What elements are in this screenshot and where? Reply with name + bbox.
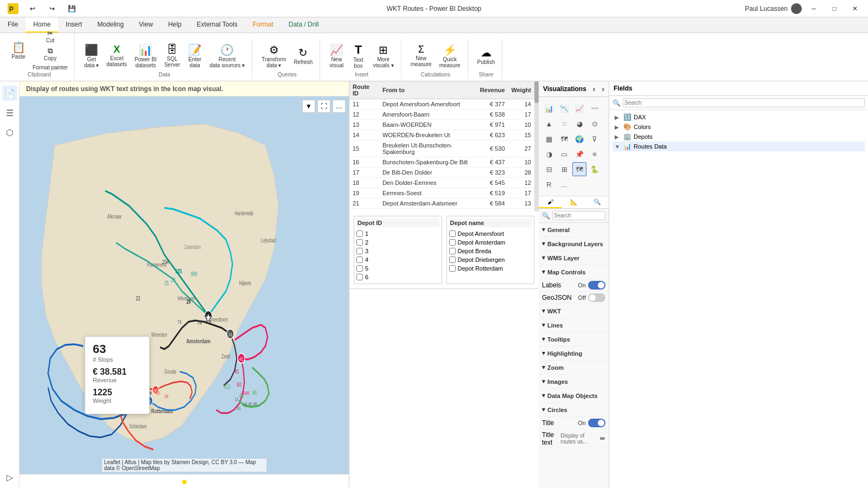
table-row[interactable]: 15 Breukelen Ut-Bunschoten-Spakenburg € … [349, 140, 534, 157]
vis-more[interactable]: … [557, 177, 571, 191]
vis-clustered-bar[interactable]: 📈 [572, 101, 586, 115]
images-toggle[interactable]: ▾ Images [542, 376, 568, 387]
fields-depots[interactable]: ▶ 🏢 Depots [612, 132, 865, 142]
depot-name-item[interactable]: Depot Amersfoort [449, 229, 532, 238]
vis-table[interactable]: ⊟ [542, 162, 556, 176]
map-controls-toggle[interactable]: ▾ Map Controls [542, 267, 585, 277]
text-box-button[interactable]: T Textbox [348, 41, 368, 70]
page-dot-1[interactable] [182, 480, 187, 484]
more-visuals-button[interactable]: ⊞ Morevisuals ▾ [370, 42, 396, 70]
vis-python[interactable]: 🐍 [588, 162, 602, 176]
fields-colors[interactable]: ▶ 🎨 Colors [612, 122, 865, 132]
publish-button[interactable]: ☁ Publish [475, 44, 498, 67]
depot-name-item[interactable]: Depot Rotterdam [449, 264, 532, 273]
analytics-tab[interactable]: 📐 [562, 196, 585, 208]
depot-id-item[interactable]: 3 [356, 247, 439, 255]
tooltips-toggle[interactable]: ▾ Tooltips [542, 334, 570, 344]
sidebar-data-icon[interactable]: ☰ [2, 105, 17, 120]
vis-treemap[interactable]: ▦ [542, 132, 556, 146]
depot-id-checkbox[interactable] [356, 274, 363, 280]
vis-card[interactable]: ▭ [557, 147, 571, 161]
vis-r[interactable]: R [542, 177, 556, 191]
fields-tab[interactable]: 🔍 [585, 196, 609, 208]
tab-view[interactable]: View [131, 17, 161, 33]
vis-slicer[interactable]: ≡ [588, 147, 602, 161]
refresh-button[interactable]: ↻ Refresh [291, 44, 315, 67]
wkt-toggle[interactable]: ▾ WKT [542, 306, 561, 316]
vis-gauge[interactable]: ◑ [542, 147, 556, 161]
data-map-objects-toggle[interactable]: ▾ Data Map Objects [542, 390, 597, 401]
background-layers-toggle[interactable]: ▾ Background Layers [542, 239, 603, 249]
quick-measure-button[interactable]: ⚡ Quickmeasure [437, 42, 463, 70]
format-painter-button[interactable]: Format painter [30, 63, 70, 72]
fields-search-input[interactable] [623, 98, 865, 107]
depot-id-checkbox[interactable] [356, 230, 363, 237]
depot-id-checkbox[interactable] [356, 248, 363, 254]
depot-name-checkbox[interactable] [449, 239, 456, 246]
depot-id-item[interactable]: 4 [356, 255, 439, 264]
new-measure-button[interactable]: Σ Newmeasure [408, 42, 435, 69]
table-row[interactable]: 17 De Bilt-Den Dolder € 323 28 [349, 168, 534, 178]
depot-name-item[interactable]: Depot Breda [449, 247, 532, 255]
table-row[interactable]: 13 Baarn-WOERDEN € 971 10 [349, 120, 534, 130]
wms-layer-toggle[interactable]: ▾ WMS Layer [542, 253, 579, 263]
vis-pie[interactable]: ◕ [572, 117, 586, 131]
get-data-button[interactable]: ⬛ Getdata ▾ [81, 42, 101, 70]
vis-nav-next[interactable]: › [602, 85, 604, 93]
vis-stacked-bar[interactable]: 📉 [557, 101, 571, 115]
powerbi-button[interactable]: 📊 Power BIdatasets [132, 42, 159, 70]
title-text-edit-icon[interactable]: ✏ [600, 435, 605, 442]
table-row[interactable]: 14 WOERDEN-Breukelen Ut € 623 15 [349, 130, 534, 140]
sidebar-report-icon[interactable]: 📄 [2, 86, 17, 101]
labels-toggle[interactable] [588, 281, 605, 290]
new-visual-button[interactable]: 📈 Newvisual [327, 42, 346, 70]
more-options-button[interactable]: … [333, 100, 346, 113]
copy-button[interactable]: ⧉ Copy [30, 46, 70, 62]
route-table-scroll[interactable]: Route ID From to Revenue Weight 11 Depot… [349, 81, 534, 211]
depot-name-item[interactable]: Depot Driebergen [449, 255, 532, 264]
paste-button[interactable]: 📋 Paste [9, 39, 28, 61]
zoom-toggle[interactable]: ▾ Zoom [542, 362, 564, 373]
depot-id-item[interactable]: 6 [356, 273, 439, 281]
vis-matrix[interactable]: ⊞ [557, 162, 571, 176]
tab-help[interactable]: Help [161, 17, 189, 33]
depot-name-checkbox[interactable] [449, 265, 456, 272]
enter-data-button[interactable]: 📝 Enterdata [185, 42, 205, 70]
vis-filled-map[interactable]: 🌍 [572, 132, 586, 146]
vis-line-chart[interactable]: 〰 [588, 101, 602, 115]
cut-button[interactable]: ✂ Cut [30, 28, 70, 44]
depot-id-checkbox[interactable] [356, 239, 363, 246]
vis-map[interactable]: 🗺 [557, 132, 571, 146]
close-button[interactable]: ✕ [846, 0, 864, 17]
geojson-toggle[interactable] [588, 293, 605, 302]
excel-button[interactable]: X Exceldatasets [104, 42, 130, 69]
tab-modeling[interactable]: Modeling [90, 17, 131, 33]
vis-nav-prev[interactable]: ‹ [593, 85, 596, 93]
vis-search-input[interactable] [552, 211, 605, 220]
vis-donut[interactable]: ⊙ [588, 117, 602, 131]
table-row[interactable]: 21 Depot Amsterdam-Aalsmeer € 584 13 [349, 198, 534, 209]
depot-id-checkbox[interactable] [356, 265, 363, 272]
depot-id-item[interactable]: 1 [356, 229, 439, 238]
depot-name-item[interactable]: Depot Amsterdam [449, 238, 532, 247]
vis-area-chart[interactable]: ▲ [542, 117, 556, 131]
table-row[interactable]: 12 Amersfoort-Baarn € 538 17 [349, 110, 534, 120]
vis-bar-chart[interactable]: 📊 [542, 101, 556, 115]
table-row[interactable]: 11 Depot Amersfoort-Amersfoort € 377 14 [349, 99, 534, 110]
lines-toggle[interactable]: ▾ Lines [542, 320, 563, 330]
tab-data-drill[interactable]: Data / Drill [281, 17, 327, 33]
redo-button[interactable]: ↪ [43, 0, 61, 17]
vis-icon-map[interactable]: 🗺 [572, 162, 586, 176]
table-row[interactable]: 16 Bunschoten-Spakenburg-De Bilt € 437 1… [349, 157, 534, 168]
transform-button[interactable]: ⚙ Transformdata ▾ [259, 42, 289, 70]
maximize-button[interactable]: □ [826, 0, 843, 17]
title-toggle[interactable] [588, 419, 605, 427]
circles-toggle[interactable]: ▾ Circles [542, 404, 567, 415]
table-scrollbar[interactable] [534, 81, 539, 211]
vis-kpi[interactable]: 📌 [572, 147, 586, 161]
minimize-button[interactable]: ─ [805, 0, 822, 17]
table-row[interactable]: 19 Eemnes-Soest € 519 17 [349, 188, 534, 198]
depot-name-checkbox[interactable] [449, 230, 456, 237]
table-row[interactable]: 18 Den Dolder-Eemnes € 545 12 [349, 178, 534, 188]
vis-funnel[interactable]: ⊽ [588, 132, 602, 146]
